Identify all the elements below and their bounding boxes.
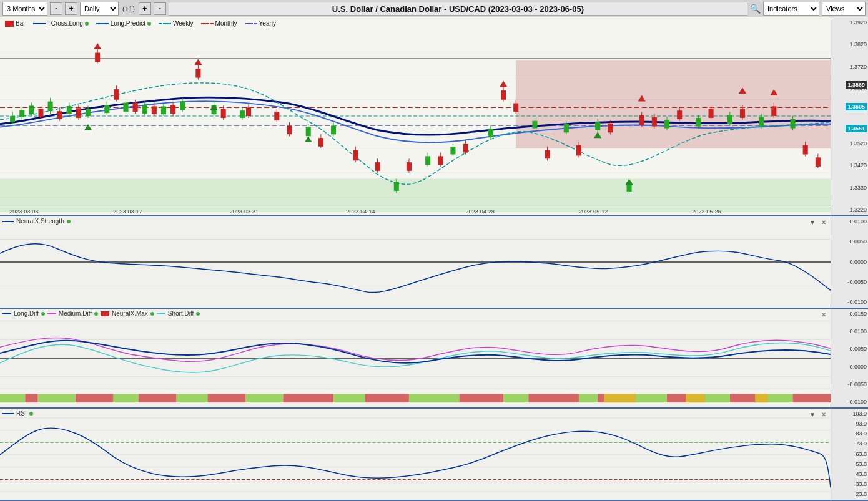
svg-rect-45 — [394, 182, 399, 191]
svg-rect-163 — [0, 394, 25, 402]
svg-rect-17 — [19, 110, 24, 117]
svg-text:2023-04-28: 2023-04-28 — [466, 208, 495, 215]
key-level2-badge: 1.3551 — [846, 125, 867, 132]
neurx-title: NeuralX.Strength — [2, 218, 71, 225]
indicators-select[interactable]: Indicators — [763, 2, 819, 16]
svg-rect-168 — [333, 394, 365, 402]
tcross-legend-label: TCross.Long — [47, 20, 83, 27]
svg-rect-53 — [532, 121, 537, 129]
rsi-s5: 63.0 — [832, 452, 867, 457]
diff-s5: -0.0050 — [832, 382, 867, 387]
svg-rect-81 — [133, 103, 138, 112]
interval-select[interactable]: Daily 1 Min 5 Min 15 Min 1 Hour Weekly — [80, 2, 119, 16]
diff-s1: 0.0150 — [832, 311, 867, 317]
longdiff-icon — [2, 313, 11, 314]
svg-rect-43 — [331, 126, 336, 135]
yearly-legend-icon — [245, 23, 257, 24]
timeframe-minus-btn[interactable]: - — [50, 2, 62, 15]
neurx-close-btn[interactable]: ✕ — [819, 218, 828, 226]
meddiff-icon — [47, 313, 56, 314]
price-chart-panel: Bar TCross.Long Long.Predict Weekly — [0, 17, 868, 216]
neurx-dropdown-btn[interactable]: ▼ — [808, 218, 817, 226]
monthly-legend-icon — [201, 23, 214, 24]
svg-rect-93 — [274, 112, 279, 120]
neurx-s1: 0.0100 — [832, 219, 867, 225]
svg-rect-171 — [579, 394, 598, 402]
rsi-label: RSI — [16, 410, 27, 417]
svg-rect-182 — [528, 394, 579, 402]
svg-rect-87 — [195, 69, 200, 78]
views-select[interactable]: Views — [822, 2, 866, 16]
rsi-s4: 73.0 — [832, 441, 867, 447]
svg-rect-101 — [375, 162, 380, 171]
timeframe-plus-btn[interactable]: + — [65, 2, 77, 15]
rsi-line-icon — [2, 413, 14, 414]
diff-s4: 0.0000 — [832, 364, 867, 370]
svg-rect-99 — [353, 150, 358, 161]
legend-bar: Bar — [5, 20, 26, 27]
neurx-s4: -0.0050 — [832, 280, 867, 285]
svg-rect-63 — [696, 118, 701, 127]
svg-rect-189 — [755, 394, 767, 402]
diff-title: Long.Diff Medium.Diff NeuralX.Max Short.… — [2, 310, 200, 317]
rsi-area[interactable]: RSI ▼ ✕ — [0, 409, 831, 500]
svg-text:2023-03-31: 2023-03-31 — [230, 208, 259, 215]
rsi-s9: 23.0 — [832, 492, 867, 497]
shortdiff-icon — [157, 313, 165, 314]
svg-rect-39 — [240, 110, 245, 118]
adj-minus-btn[interactable]: - — [154, 2, 166, 15]
price-scale: 1.3920 1.3820 1.3720 1.3620 1.3869 1.360… — [831, 17, 868, 215]
price-chart-svg: 2023-03-03 2023-03-17 2023-03-31 2023-04… — [0, 17, 831, 215]
adj-plus-btn[interactable]: + — [139, 2, 151, 15]
diff-s3: 0.0050 — [832, 346, 867, 352]
rsi-close-btn[interactable]: ✕ — [819, 410, 828, 419]
svg-text:2023-05-12: 2023-05-12 — [579, 208, 608, 215]
svg-rect-129 — [771, 106, 776, 116]
svg-rect-51 — [488, 129, 493, 137]
svg-rect-9 — [0, 178, 831, 212]
svg-rect-73 — [57, 111, 62, 119]
diff-area[interactable]: Long.Diff Medium.Diff NeuralX.Max Short.… — [0, 309, 831, 407]
rsi-scale: 103.0 93.0 83.0 73.0 63.0 53.0 43.0 33.0… — [831, 409, 868, 500]
neurx-area[interactable]: NeuralX.Strength ▼ ✕ — [0, 216, 831, 308]
svg-rect-65 — [727, 115, 732, 124]
diff-close-btn[interactable]: ✕ — [819, 310, 828, 319]
price-chart-area[interactable]: Bar TCross.Long Long.Predict Weekly — [0, 17, 831, 215]
main-toolbar: 3 Months 1 Day 1 Week 1 Month 6 Months 1… — [0, 0, 868, 17]
rsi-title: RSI — [2, 410, 33, 417]
diff-scale: 0.0150 0.0100 0.0050 0.0000 -0.0050 -0.0… — [831, 309, 868, 407]
neurx-s5: -0.0100 — [832, 299, 867, 305]
diff-panel: Long.Diff Medium.Diff NeuralX.Max Short.… — [0, 309, 868, 409]
svg-rect-21 — [48, 102, 53, 112]
svg-rect-91 — [246, 107, 251, 116]
svg-rect-83 — [152, 106, 157, 114]
svg-rect-111 — [513, 104, 518, 112]
svg-rect-179 — [283, 394, 333, 402]
svg-rect-167 — [245, 394, 283, 402]
price-1352: 1.3520 — [832, 141, 867, 147]
rsi-s3: 83.0 — [832, 431, 867, 437]
svg-rect-103 — [407, 162, 412, 171]
svg-rect-25 — [86, 109, 91, 116]
rsi-dropdown-btn[interactable]: ▼ — [808, 410, 817, 419]
shortdiff-label: Short.Diff — [168, 310, 194, 317]
longpredict-legend-label: Long.Predict — [111, 20, 145, 27]
search-icon[interactable]: 🔍 — [750, 4, 761, 14]
diff-controls: ✕ — [819, 310, 828, 319]
svg-rect-169 — [409, 394, 460, 402]
svg-rect-172 — [636, 394, 667, 402]
svg-rect-27 — [104, 105, 109, 113]
svg-rect-61 — [664, 120, 669, 129]
svg-rect-19 — [29, 105, 34, 114]
neurx-s2: 0.0050 — [832, 239, 867, 245]
svg-rect-89 — [221, 109, 226, 118]
svg-rect-107 — [463, 144, 468, 153]
shortdiff-dot — [196, 312, 200, 316]
legend-monthly: Monthly — [201, 20, 237, 27]
svg-rect-49 — [450, 147, 455, 155]
price-1392: 1.3920 — [832, 20, 867, 26]
svg-rect-23 — [67, 106, 72, 114]
timeframe-select[interactable]: 3 Months 1 Day 1 Week 1 Month 6 Months 1… — [2, 2, 47, 16]
rsi-s6: 53.0 — [832, 462, 867, 467]
svg-rect-115 — [576, 145, 581, 156]
